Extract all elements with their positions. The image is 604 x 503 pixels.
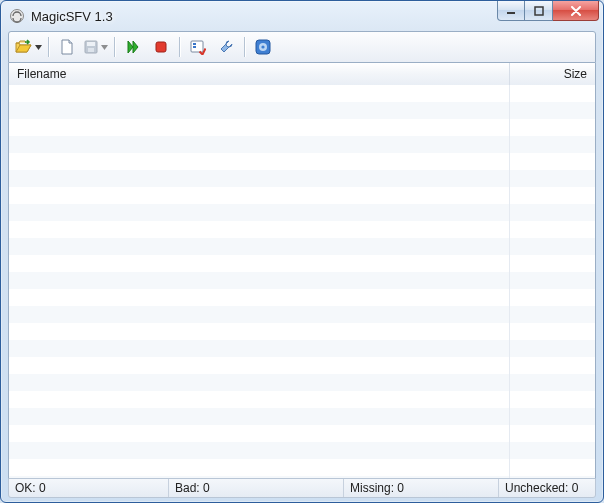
status-missing-value: 0 — [397, 481, 404, 495]
wrench-icon — [218, 39, 234, 55]
options-button[interactable] — [184, 35, 212, 59]
status-missing-label: Missing: — [350, 481, 394, 495]
status-bad-label: Bad: — [175, 481, 200, 495]
column-header-filename[interactable]: Filename — [9, 63, 510, 85]
status-missing: Missing: 0 — [344, 479, 499, 497]
column-header-size[interactable]: Size — [510, 63, 595, 85]
column-label: Size — [564, 67, 587, 81]
help-button[interactable] — [249, 35, 277, 59]
minimize-icon — [506, 6, 516, 16]
app-icon — [9, 8, 25, 24]
titlebar[interactable]: MagicSFV 1.3 — [1, 1, 603, 31]
status-ok-label: OK: — [15, 481, 36, 495]
status-bad: Bad: 0 — [169, 479, 344, 497]
window-title: MagicSFV 1.3 — [31, 9, 113, 24]
statusbar: OK: 0 Bad: 0 Missing: 0 Unchecked: 0 — [8, 478, 596, 498]
toolbar-separator — [179, 37, 180, 57]
options-icon — [190, 39, 206, 55]
tools-button[interactable] — [212, 35, 240, 59]
close-icon — [570, 6, 582, 16]
new-button[interactable] — [53, 35, 81, 59]
maximize-icon — [534, 6, 544, 16]
status-unchecked: Unchecked: 0 — [499, 479, 595, 497]
status-ok: OK: 0 — [9, 479, 169, 497]
svg-rect-5 — [88, 48, 94, 52]
status-ok-value: 0 — [39, 481, 46, 495]
toolbar — [8, 31, 596, 63]
svg-rect-4 — [87, 42, 95, 46]
toolbar-separator — [114, 37, 115, 57]
svg-point-12 — [261, 45, 264, 48]
chevron-down-icon — [35, 45, 42, 50]
app-window: MagicSFV 1.3 — [0, 0, 604, 503]
list-rows — [9, 85, 595, 479]
window-controls — [497, 1, 599, 21]
help-icon — [255, 39, 271, 55]
save-icon — [83, 39, 99, 55]
status-bad-value: 0 — [203, 481, 210, 495]
column-headers: Filename Size — [9, 63, 595, 86]
new-file-icon — [59, 39, 75, 55]
column-label: Filename — [17, 67, 66, 81]
save-button[interactable] — [81, 35, 110, 59]
svg-rect-1 — [507, 12, 515, 14]
svg-rect-9 — [193, 46, 196, 48]
status-unchecked-label: Unchecked: — [505, 481, 568, 495]
play-icon — [125, 39, 141, 55]
toolbar-separator — [48, 37, 49, 57]
column-divider — [509, 85, 510, 479]
stop-icon — [153, 39, 169, 55]
maximize-button[interactable] — [525, 1, 553, 21]
open-folder-icon — [15, 39, 33, 55]
start-button[interactable] — [119, 35, 147, 59]
minimize-button[interactable] — [497, 1, 525, 21]
status-unchecked-value: 0 — [572, 481, 579, 495]
svg-rect-8 — [193, 43, 196, 45]
toolbar-separator — [244, 37, 245, 57]
chevron-down-icon — [101, 45, 108, 50]
svg-rect-6 — [156, 42, 166, 52]
svg-rect-2 — [535, 7, 543, 15]
svg-rect-7 — [191, 41, 203, 52]
open-button[interactable] — [13, 35, 44, 59]
close-button[interactable] — [553, 1, 599, 21]
file-list[interactable]: Filename Size — [8, 63, 596, 480]
stop-button[interactable] — [147, 35, 175, 59]
